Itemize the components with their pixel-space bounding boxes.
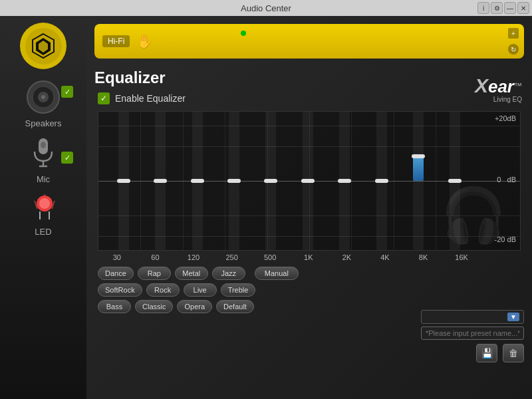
eq-bar-bg-60 (155, 112, 166, 250)
enable-equalizer-checkbox[interactable]: ✓ (98, 92, 110, 104)
close-button[interactable]: ✕ (517, 2, 529, 14)
eq-bar-bg-500 (265, 112, 276, 250)
preset-manual[interactable]: Manual (255, 267, 299, 280)
eq-bar-500 (253, 112, 289, 250)
freq-16k: 16K (442, 253, 481, 261)
sidebar: Speakers ✓ Mic ✓ (0, 16, 86, 399)
svg-point-12 (39, 198, 50, 209)
eq-bar-30 (105, 112, 142, 250)
eq-bar-handle-30[interactable] (117, 179, 130, 183)
status-indicator (241, 31, 246, 36)
eq-bar-track-4k[interactable] (375, 112, 388, 250)
eq-bar-handle-250[interactable] (227, 179, 241, 183)
preset-jazz[interactable]: Jazz (212, 267, 245, 280)
freq-1k: 1K (289, 253, 328, 261)
eq-bar-60 (142, 112, 178, 250)
speakers-checkmark: ✓ (61, 86, 73, 98)
app-logo (20, 23, 66, 69)
eq-bar-bg-16k (450, 112, 460, 250)
eq-bar-handle-500[interactable] (264, 179, 277, 183)
freq-120: 120 (174, 253, 213, 261)
settings-button[interactable]: ⚙ (491, 2, 503, 14)
eq-bar-handle-1k[interactable] (301, 179, 315, 183)
eq-bar-bg-4k (376, 112, 387, 250)
eq-bar-track-30[interactable] (117, 112, 130, 250)
device-refresh-button[interactable]: ↻ (508, 44, 519, 55)
preset-row-1: Dance Rap Metal Jazz Manual (98, 267, 524, 280)
preset-bass[interactable]: Bass (98, 300, 131, 313)
save-preset-button[interactable]: 💾 (476, 344, 497, 362)
svg-point-10 (41, 142, 46, 148)
preset-default[interactable]: Default (216, 300, 254, 313)
eq-bar-bg-250 (229, 112, 239, 250)
freq-60: 60 (136, 253, 175, 261)
preset-name-input[interactable] (421, 327, 524, 340)
eq-bar-track-2k[interactable] (338, 112, 351, 250)
preset-row-2: SoftRock Rock Live Treble (98, 283, 524, 297)
eq-bar-bg-2k (339, 112, 350, 250)
preset-opera[interactable]: Opera (177, 300, 212, 313)
eq-bar-bg-1k (303, 112, 313, 250)
xear-ear-text: ear (488, 76, 514, 96)
preset-live[interactable]: Live (184, 283, 217, 297)
eq-bars-container (98, 112, 480, 250)
info-button[interactable]: i (477, 2, 489, 14)
eq-bar-8k (400, 112, 436, 250)
eq-bar-track-250[interactable] (227, 112, 241, 250)
eq-bar-handle-120[interactable] (191, 179, 204, 183)
preset-dropdown[interactable]: ▼ (421, 310, 524, 324)
preset-rap[interactable]: Rap (138, 267, 171, 280)
mic-svg (30, 137, 57, 174)
eq-bar-bg-30 (118, 112, 129, 250)
title-bar: Audio Center i ⚙ — ✕ (0, 0, 532, 16)
eq-bar-track-120[interactable] (191, 112, 204, 250)
main-content: – + 🔊 Hi-Fi ✋ + ↻ Xear™ Living EQ Equali… (86, 16, 532, 399)
logo-inner (25, 28, 62, 65)
hand-icon: ✋ (136, 33, 153, 49)
eq-bar-track-8k[interactable] (412, 112, 425, 250)
eq-bar-250 (215, 112, 252, 250)
eq-bar-handle-8k[interactable] (412, 154, 425, 158)
preset-classic[interactable]: Classic (135, 300, 173, 313)
freq-500: 500 (251, 253, 289, 261)
preset-right-panel: ▼ 💾 🗑 (421, 310, 524, 362)
xear-subtitle: Living EQ (475, 96, 522, 103)
equalizer-title: Equalizer (94, 68, 524, 87)
eq-bar-track-60[interactable] (154, 112, 167, 250)
preset-treble[interactable]: Treble (221, 283, 256, 297)
preset-rock[interactable]: Rock (146, 283, 180, 297)
svg-point-6 (41, 95, 45, 99)
sidebar-item-mic[interactable]: Mic ✓ (0, 138, 86, 184)
delete-preset-button[interactable]: 🗑 (503, 344, 524, 362)
xear-brand: Xear™ (475, 76, 522, 96)
freq-2k: 2K (328, 253, 366, 261)
eq-bar-bg-8k (413, 112, 424, 250)
eq-bar-1k (289, 112, 326, 250)
eq-bar-handle-60[interactable] (154, 179, 167, 183)
window-title: Audio Center (241, 3, 291, 13)
eq-bar-16k (437, 112, 473, 250)
minimize-button[interactable]: — (504, 2, 516, 14)
xear-tm: ™ (514, 81, 522, 90)
eq-bar-120 (179, 112, 215, 250)
enable-equalizer-label: Enable Equalizer (115, 93, 186, 104)
eq-bar-track-1k[interactable] (301, 112, 315, 250)
freq-labels: 30 60 120 250 500 1K 2K 4K 8K 16K (98, 253, 481, 261)
logo-icon (29, 31, 59, 61)
dropdown-arrow-icon: ▼ (507, 313, 519, 321)
mic-label: Mic (37, 174, 50, 184)
sidebar-item-led[interactable]: LED (0, 194, 86, 237)
preset-metal[interactable]: Metal (175, 267, 208, 280)
eq-bar-handle-16k[interactable] (448, 179, 462, 183)
preset-dance[interactable]: Dance (98, 267, 134, 280)
preset-softrock[interactable]: SoftRock (98, 283, 142, 297)
eq-bar-track-16k[interactable] (448, 112, 462, 250)
led-svg (33, 194, 57, 227)
eq-bar-track-500[interactable] (264, 112, 277, 250)
eq-bar-handle-2k[interactable] (338, 179, 351, 183)
device-expand-button[interactable]: + (508, 28, 519, 39)
mic-checkmark: ✓ (61, 152, 73, 164)
eq-bar-handle-4k[interactable] (375, 179, 388, 183)
sidebar-item-speakers[interactable]: Speakers ✓ (0, 79, 86, 128)
eq-bar-bg-120 (192, 112, 203, 250)
